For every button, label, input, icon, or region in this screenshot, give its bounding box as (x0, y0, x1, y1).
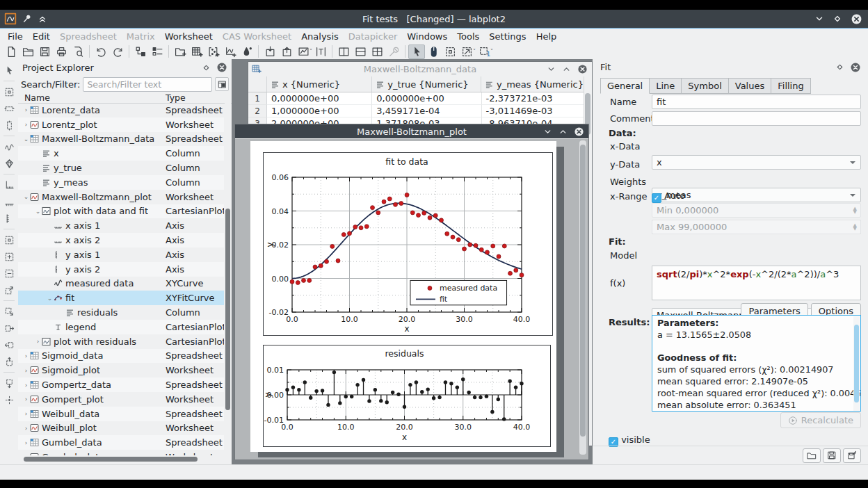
tree-row-lorentz-plot[interactable]: ›Lorentz_plotWorksheet (18, 117, 224, 132)
tree-row-gumbel-data[interactable]: ›Gumbel_dataSpreadsheet (18, 435, 224, 450)
crop-x-tool-button[interactable] (1, 101, 17, 116)
minimize-icon[interactable] (814, 14, 824, 24)
pan-up-tool-button[interactable] (1, 354, 17, 369)
menu-worksheet[interactable]: Worksheet (160, 30, 218, 43)
spreadsheet-column-header[interactable]: y_meas {Numeric} (481, 76, 584, 92)
tab-filling[interactable]: Filling (771, 78, 810, 94)
tree-row-weibull-data[interactable]: ›Weibull_dataSpreadsheet (18, 407, 224, 421)
print-button[interactable] (53, 44, 70, 59)
tile-windows-button[interactable] (369, 44, 385, 59)
results-box[interactable]: Parameters:a = 13.1565±2.0508 Goodness o… (652, 315, 861, 412)
minimize-window-icon[interactable] (547, 65, 556, 74)
worksheet-window[interactable]: Maxwell-Boltzmann_plot fit to data0.010.… (234, 124, 589, 460)
save-project-button[interactable] (36, 44, 53, 59)
cursor-arrow-tool-button[interactable] (1, 63, 17, 78)
tree-row-maxwell-boltzmann-plot[interactable]: ⌄Maxwell-Boltzmann_plotWorksheet (18, 190, 224, 204)
tree-expander-icon[interactable]: › (34, 338, 42, 345)
tab-line[interactable]: Line (650, 78, 682, 94)
menu-settings[interactable]: Settings (484, 30, 531, 43)
new-worksheet-button[interactable] (222, 44, 239, 59)
new-project-button[interactable] (3, 44, 19, 59)
column-header-type[interactable]: Type (166, 92, 186, 103)
tree-expander-icon[interactable]: ⌄ (34, 208, 42, 215)
tab-values[interactable]: Values (729, 78, 771, 94)
zoom-select-tool-button[interactable] (1, 232, 17, 247)
tree-expander-icon[interactable]: › (22, 425, 30, 432)
close-window-icon[interactable] (577, 64, 588, 74)
worksheet-view[interactable]: fit to data0.010.020.030.040.0-0.020.000… (235, 139, 588, 459)
tree-expander-icon[interactable]: › (22, 439, 30, 446)
worksheet-vertical-scrollbar[interactable] (579, 140, 586, 455)
x-data-combobox[interactable]: x (652, 155, 861, 170)
save-template-button[interactable] (823, 448, 841, 463)
tree-row-x[interactable]: xColumn (18, 146, 224, 161)
navigation-mode-button[interactable] (425, 44, 442, 59)
tree-row-y-axis-1[interactable]: y axis 1Axis (18, 247, 224, 262)
zoom-select-mode-button[interactable] (442, 44, 458, 59)
tree-expander-icon[interactable]: › (22, 454, 30, 455)
tree-row-legend[interactable]: legendCartesianPlotL (18, 320, 224, 334)
float-panel-icon[interactable] (202, 63, 211, 72)
restore-icon[interactable] (833, 14, 842, 24)
spreadsheet-cell[interactable]: -2,373721e-03 (482, 92, 584, 105)
max-spinbox[interactable]: Max 99,000000 ▲▼ (652, 220, 861, 234)
spreadsheet-window-titlebar[interactable]: Maxwell-Boltzmann_data (248, 62, 592, 76)
open-project-button[interactable] (19, 44, 36, 59)
spreadsheet-cell[interactable]: -3,011469e-03 (482, 105, 584, 117)
split-vertical-button[interactable] (335, 44, 352, 59)
tree-expander-icon[interactable]: › (22, 410, 30, 417)
tree-row-maxwell-boltzmann-data[interactable]: ⌄Maxwell-Boltzmann_dataSpreadsheet (18, 132, 224, 147)
tree-row-fit[interactable]: ⌄fitXYFitCurve (18, 291, 224, 305)
tree-row-x-axis-2[interactable]: x axis 2Axis (18, 233, 224, 247)
recalculate-button[interactable]: Recalculate (780, 412, 861, 428)
tab-general[interactable]: General (600, 78, 650, 94)
new-matrix-button[interactable] (205, 44, 222, 59)
toggle-properties-explorer-button[interactable] (149, 44, 166, 59)
spreadsheet-row[interactable]: 21,000000e+003,459171e-04-3,011469e-03 (248, 105, 584, 117)
menu-file[interactable]: File (3, 30, 28, 43)
tree-expander-icon[interactable]: ⌄ (22, 193, 30, 200)
tree-expander-icon[interactable]: ⌄ (46, 295, 54, 302)
spreadsheet-cell[interactable]: 3,459171e-04 (372, 105, 481, 117)
worksheet-window-titlebar[interactable]: Maxwell-Boltzmann_plot (235, 124, 588, 138)
split-horizontal-button[interactable] (352, 44, 369, 59)
explorer-vertical-scrollbar[interactable] (225, 103, 231, 455)
comment-input[interactable] (652, 111, 861, 126)
results-scrollbar[interactable] (853, 316, 860, 412)
presenter-mode-dropdown-icon[interactable]: ˅ (490, 49, 493, 55)
spreadsheet-row[interactable]: 10,000000e+000,000000e+00-2,373721e-03 (248, 92, 584, 105)
undo-button[interactable] (93, 44, 109, 59)
tree-row-gompert-plot[interactable]: ›Gompert_plotWorksheet (18, 392, 224, 407)
close-panel-icon[interactable] (850, 62, 861, 73)
new-spreadsheet-button[interactable] (188, 44, 205, 59)
tree-expander-icon[interactable]: ⌄ (22, 136, 30, 143)
tree-expander-icon[interactable]: › (22, 352, 30, 359)
print-preview-button[interactable] (70, 44, 86, 59)
load-template-button[interactable] (803, 448, 821, 463)
spreadsheet-column-header[interactable]: x {Numeric} (267, 76, 372, 92)
axis-corner-tool-button[interactable] (1, 177, 17, 193)
import-button[interactable] (262, 44, 278, 59)
text-label-button[interactable] (312, 44, 329, 59)
pan-right-tool-button[interactable] (1, 320, 17, 336)
tree-row-gompertz-data[interactable]: ›Gompertz_dataSpreadsheet (18, 377, 224, 392)
tree-row-y-axis-2[interactable]: y axis 2Axis (18, 262, 224, 277)
tree-row-measured-data[interactable]: measured dataXYCurve (18, 277, 224, 291)
name-input[interactable] (652, 95, 861, 109)
tree-row-plot-with-residuals[interactable]: ›plot with residualsCartesianPlot (18, 334, 224, 349)
tree-row-weibull-plot[interactable]: ›Weibull_plotWorksheet (18, 421, 224, 436)
menu-analysis[interactable]: Analysis (296, 30, 344, 43)
tree-row-gumbel-plot[interactable]: ›Gumbel_plotWorksheet (18, 450, 224, 455)
zoom-select-tool-button[interactable] (1, 84, 17, 99)
residuals-plot[interactable]: residuals0.010.020.030.040.0-0.010.000.0… (263, 345, 551, 447)
close-panel-icon[interactable] (216, 62, 227, 73)
tree-row-sigmoid-plot[interactable]: ›Sigmoid_plotWorksheet (18, 363, 224, 377)
close-icon[interactable] (851, 13, 862, 25)
min-spinbox[interactable]: Min 0,000000 ▲▼ (652, 203, 861, 218)
pan-down-tool-button[interactable] (1, 375, 17, 391)
pan-ne-tool-button[interactable] (1, 282, 17, 298)
tree-row-y-meas[interactable]: y_measColumn (18, 175, 224, 190)
tree-expander-icon[interactable]: › (22, 382, 30, 389)
spreadsheet-cell[interactable]: 1,000000e+00 (267, 105, 372, 117)
tree-expander-icon[interactable]: › (22, 106, 30, 113)
